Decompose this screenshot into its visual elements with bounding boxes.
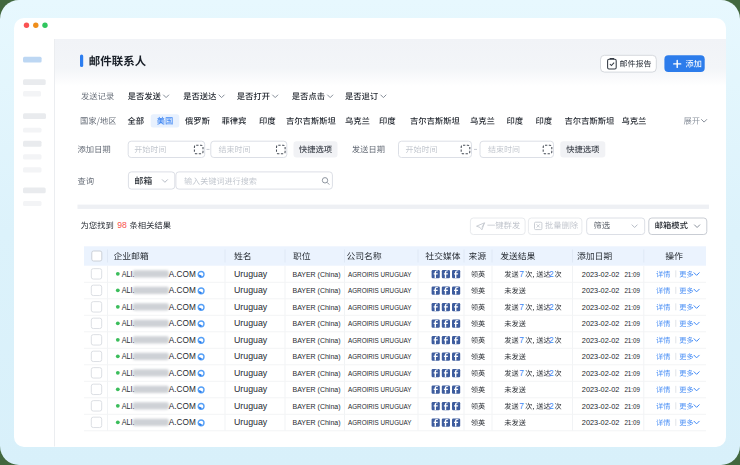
svg-text:98: 98 (117, 220, 127, 230)
